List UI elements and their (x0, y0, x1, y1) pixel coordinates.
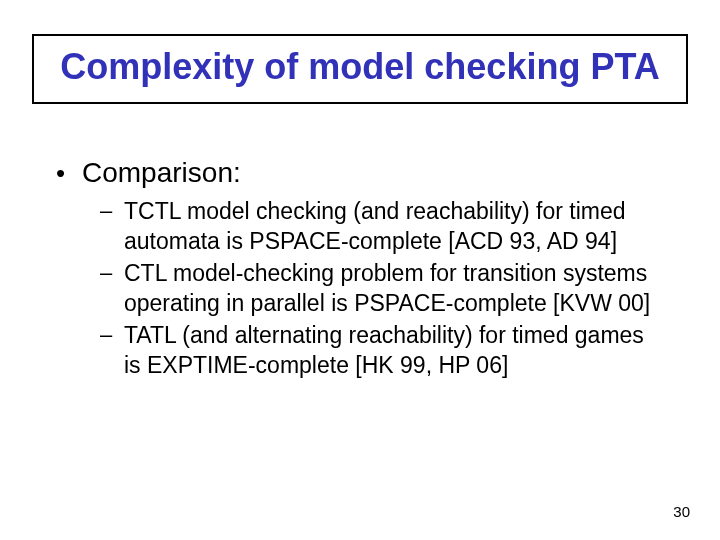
list-item-text: TCTL model checking (and reachability) f… (124, 196, 666, 256)
list-item: – CTL model-checking problem for transit… (100, 258, 666, 318)
comparison-heading: Comparison: (82, 156, 241, 190)
slide: Complexity of model checking PTA • Compa… (0, 0, 720, 540)
slide-title: Complexity of model checking PTA (42, 46, 678, 88)
dash-icon: – (100, 196, 124, 226)
list-item-text: TATL (and alternating reachability) for … (124, 320, 666, 380)
list-item: – TATL (and alternating reachability) fo… (100, 320, 666, 380)
dash-icon: – (100, 258, 124, 288)
list-item-text: CTL model-checking problem for transitio… (124, 258, 666, 318)
bullet-level1: • Comparison: (56, 156, 666, 190)
dash-icon: – (100, 320, 124, 350)
bullet-dot-icon: • (56, 156, 82, 190)
title-box: Complexity of model checking PTA (32, 34, 688, 104)
slide-body: • Comparison: – TCTL model checking (and… (56, 156, 666, 382)
list-item: – TCTL model checking (and reachability)… (100, 196, 666, 256)
page-number: 30 (673, 503, 690, 520)
sub-bullet-list: – TCTL model checking (and reachability)… (100, 196, 666, 380)
